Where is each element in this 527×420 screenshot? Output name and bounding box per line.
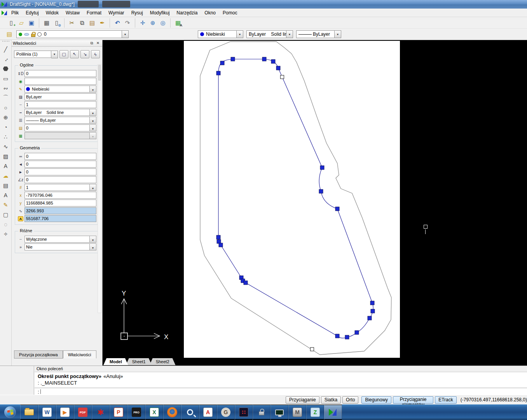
menu-okno[interactable]: Okno [201,9,219,16]
outer-boundary-polyline[interactable] [200,42,391,355]
infinite-line-tool[interactable]: ↔ [1,54,11,64]
ellipse-tool[interactable]: ⊕ [1,112,11,122]
arc-tool[interactable]: ⌒ [1,93,11,103]
layer-dropdown-arrow[interactable] [122,30,129,38]
taskbar-red-app[interactable]: ✱ [92,404,110,420]
entity-grip[interactable] [370,301,374,305]
point-tool[interactable]: ∴ [1,132,11,142]
redo-button[interactable]: ↷ [122,18,133,28]
width-start-field[interactable]: 0 [24,161,96,168]
lineweight-prop-arrow[interactable] [90,117,96,124]
command-window-title[interactable]: Okno poleceń [35,366,527,372]
vertex-x-field[interactable]: -7970796.046 [24,192,96,199]
entity-grip[interactable] [244,281,248,285]
entity-grip[interactable] [355,331,359,334]
color-dropdown-arrow[interactable] [237,30,243,38]
transparency-field[interactable]: ByLayer [24,93,96,100]
taskbar-word[interactable]: W [38,404,56,420]
taskbar-firefox[interactable] [163,404,181,420]
color-prop-arrow[interactable] [90,86,96,93]
entity-type-select[interactable]: Polilinia (1) [14,51,51,58]
grid-toggle[interactable]: Siatka [321,396,341,404]
vertex-y-field[interactable]: 11668884.985 [24,200,96,206]
print-button[interactable]: ▦ [42,18,52,28]
line-tool[interactable]: ╱ [1,44,11,54]
linestyle-prop-arrow[interactable] [90,109,96,116]
spline-tool[interactable]: ∿ [1,142,11,151]
tab-wlasciwosci[interactable]: Właściwości [63,350,96,359]
color-select[interactable]: Niebieski [198,30,237,38]
properties-panel-header[interactable]: Właściwości [12,40,102,47]
linetype-generation-select[interactable]: Wyłączone [24,236,90,243]
menu-wstaw[interactable]: Wstaw [62,9,83,16]
menu-wymiar[interactable]: Wymiar [105,9,128,16]
polar-toggle[interactable]: Biegunowy [361,396,391,404]
entity-grip[interactable] [371,309,375,313]
entity-grip[interactable] [368,316,372,320]
cut-button[interactable]: ✂ [67,18,77,28]
circle-tool[interactable]: ○ [1,103,11,112]
polygon-tool[interactable] [1,64,11,74]
menu-narzedzia[interactable]: Narzędzia [173,9,201,16]
simple-note-tool[interactable]: A [1,190,11,200]
ellipse-arc-tool[interactable]: ◔ [1,122,11,132]
elevation-field[interactable]: 0 [24,70,96,77]
taskbar-pro-app[interactable]: PRO [127,404,145,420]
entity-grip[interactable] [335,207,339,211]
etrack-toggle[interactable]: ETrack [435,396,457,404]
taskbar-z-app[interactable]: Z [306,404,324,420]
vertex-number-select[interactable]: 1 [24,184,90,191]
tab-pozycja-poczatkowa[interactable]: Pozycja początkowa [14,350,63,359]
color-prop-select[interactable]: Niebieski [24,86,90,93]
cold-grip[interactable] [311,348,314,351]
taskbar-excel[interactable]: X [145,404,163,420]
layer-tool-button[interactable]: ▤ [4,30,14,39]
revision-cloud-tool[interactable]: ☁ [1,171,11,180]
taskbar-m-app[interactable]: M [288,404,306,420]
format-painter-button[interactable]: ✒ [97,18,107,28]
undo-button[interactable]: ↶ [112,18,122,28]
entity-grip[interactable] [231,57,235,61]
zoom-previous-button[interactable]: ◎ [158,18,168,28]
taskbar-lock-app[interactable] [253,404,270,420]
thickness-field[interactable]: 0 [24,153,96,160]
entity-grip[interactable] [216,71,220,75]
closed-arrow[interactable] [90,243,96,250]
menu-pomoc[interactable]: Pomoc [219,9,241,16]
ortho-toggle[interactable]: Orto [342,396,358,404]
entity-grip[interactable] [335,334,339,338]
select-window-tool[interactable]: ▢ [1,210,11,219]
entity-grip[interactable] [345,335,349,339]
entity-grip[interactable] [319,189,323,193]
entity-grip[interactable] [262,57,266,61]
menu-widok[interactable]: Widok [42,9,62,16]
hatch-tool[interactable]: ▨ [1,151,11,161]
select-circle-tool[interactable]: ◌ [1,219,11,229]
tab-sheet1[interactable]: Sheet1 [126,358,152,365]
command-window-gutter[interactable] [0,366,34,395]
start-button[interactable] [0,404,20,420]
vertex-number-arrow[interactable] [90,184,96,191]
linestyle-prop-select[interactable]: ByLayer Solid line [24,109,90,116]
layer-select[interactable]: 0 [16,30,122,38]
taskbar-media-player[interactable]: ▶ [56,404,74,420]
lineweight-prop-select[interactable]: ——— ByLayer [24,117,90,124]
taskbar-draftsight[interactable] [324,404,342,420]
linestyle-select[interactable]: ByLayer Solid line [246,30,286,38]
layer-prop-arrow[interactable] [90,124,96,131]
zoom-dynamic-button[interactable]: ⊕ [148,18,158,28]
entity-grip[interactable] [271,60,275,63]
lineweight-select[interactable]: ——— ByLayer [296,30,335,38]
hyperlink-field[interactable] [24,78,96,85]
entity-type-dropdown-arrow[interactable] [51,51,58,58]
taskbar-explorer[interactable] [20,404,38,420]
taskbar-autocad[interactable]: A [199,404,217,420]
lineweight-dropdown-arrow[interactable] [335,30,341,38]
print-preview-button[interactable]: ▯⊙ [52,18,62,28]
taskbar-pdf-viewer[interactable]: PDF [74,404,92,420]
tab-model[interactable]: Model [103,358,128,365]
close-panel-button[interactable] [95,40,101,46]
cold-grip[interactable] [281,75,284,79]
menu-format[interactable]: Format [83,9,105,16]
menu-rysuj[interactable]: Rysuj [128,9,147,16]
